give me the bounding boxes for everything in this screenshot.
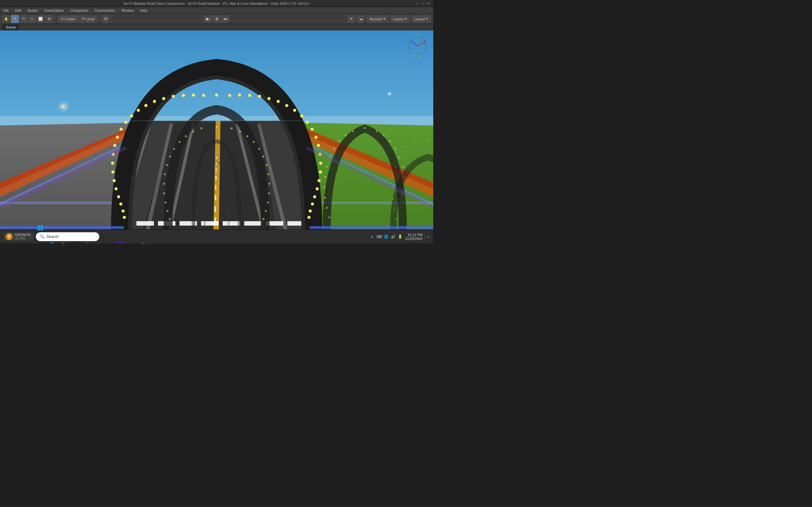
scale-tool[interactable]: ⤡ [28, 15, 36, 23]
svg-point-67 [228, 94, 231, 97]
layout-label: Layout [414, 17, 425, 21]
svg-point-46 [119, 203, 122, 206]
play-button[interactable]: ▶ [204, 15, 212, 22]
svg-point-104 [239, 130, 241, 132]
svg-point-102 [216, 126, 217, 128]
svg-rect-27 [244, 221, 262, 226]
taskbar-icon-explorer[interactable]: 📂 [104, 241, 113, 244]
system-tray: ∧ ⌨ 🌐 🔊 🔋 10:12 PM 11/25/2023 ▪ [369, 233, 430, 240]
svg-point-109 [265, 164, 267, 166]
account-dropdown[interactable]: Account ▾ [367, 15, 388, 22]
svg-point-59 [144, 104, 148, 107]
svg-text:◄ Persp: ◄ Persp [412, 54, 422, 57]
layers-dropdown[interactable]: Layers ▾ [390, 15, 409, 22]
search-icon: 🔍 [40, 234, 45, 239]
menu-gameobject[interactable]: GameObject [43, 8, 65, 13]
taskbar-icon-github[interactable]: 🐙 [127, 241, 136, 244]
menu-component[interactable]: Component [69, 8, 90, 13]
svg-point-69 [248, 94, 251, 97]
tray-icon-network[interactable]: 🌐 [384, 234, 389, 239]
svg-point-85 [313, 195, 316, 199]
rotate-tool[interactable]: ↻ [20, 15, 27, 23]
menu-help[interactable]: Help [139, 8, 149, 13]
tray-icon-battery[interactable]: 🔋 [397, 234, 403, 239]
taskbar-search-bar[interactable]: 🔍 Search [36, 232, 99, 241]
svg-rect-14 [215, 176, 217, 180]
taskbar-icon-unity[interactable]: U [70, 241, 79, 244]
move-tool[interactable]: ✛ [11, 15, 19, 23]
space-label: Local [86, 17, 94, 21]
orientation-gizmo[interactable]: x y ◄ Persp [405, 34, 430, 59]
svg-point-95 [166, 164, 168, 166]
transform-tool[interactable]: ⊞ [45, 15, 53, 23]
taskbar-icon-mail[interactable]: 💬 [59, 241, 67, 244]
svg-point-74 [293, 109, 296, 112]
scene-tab[interactable]: Scene [3, 24, 19, 30]
hand-tool[interactable]: ✋ [3, 15, 10, 23]
svg-point-82 [319, 170, 322, 174]
layout-chevron-icon: ▾ [426, 17, 428, 21]
viewport[interactable]: x y ◄ Persp [0, 31, 433, 229]
system-clock[interactable]: 10:12 PM 11/25/2023 [405, 233, 422, 240]
tray-icon-hide[interactable]: ∧ [369, 234, 375, 239]
taskbar-icon-terminal[interactable]: 💻 [150, 241, 159, 244]
layout-dropdown[interactable]: Layout ▾ [411, 15, 431, 22]
svg-point-50 [111, 170, 114, 174]
taskbar-icon-files[interactable]: 📁 [36, 241, 45, 244]
svg-point-128 [375, 130, 377, 132]
taskbar-icon-chrome[interactable]: 🌐 [139, 241, 148, 244]
tray-icon-volume[interactable]: 🔊 [391, 234, 396, 239]
minimize-button[interactable]: ─ [415, 1, 419, 6]
svg-point-119 [323, 186, 325, 188]
svg-point-127 [364, 127, 366, 129]
snap-button[interactable]: ⊞ [102, 15, 109, 23]
svg-point-105 [247, 135, 248, 137]
menu-file[interactable]: File [2, 8, 10, 13]
menu-assets[interactable]: Assets [26, 8, 39, 13]
svg-point-97 [173, 148, 175, 150]
cloud-build-icon[interactable]: ☀ [348, 15, 355, 23]
svg-point-76 [306, 121, 309, 124]
svg-rect-167 [41, 228, 43, 230]
space-button[interactable]: ⟳ Local [79, 15, 97, 22]
svg-point-48 [114, 187, 118, 190]
svg-rect-12 [215, 195, 216, 200]
currency-pair: GBP/MYR [14, 233, 31, 237]
taskbar-icon-vs[interactable]: VS [116, 241, 125, 244]
collab-icon[interactable]: ☁ [357, 15, 365, 23]
svg-point-133 [402, 166, 404, 168]
menu-window[interactable]: Window [120, 8, 135, 13]
menu-edit[interactable]: Edit [14, 8, 22, 13]
maximize-button[interactable]: □ [420, 1, 425, 6]
start-button[interactable] [36, 223, 45, 232]
currency-widget: ₿ GBP/MYR +0.73% [3, 232, 33, 241]
tray-icons: ∧ ⌨ 🌐 🔊 🔋 [369, 234, 403, 239]
menu-cinemachine[interactable]: Cinemachine [93, 8, 116, 13]
tray-icon-keyboard[interactable]: ⌨ [376, 234, 382, 239]
step-button[interactable]: ⏭ [221, 15, 230, 22]
svg-rect-13 [215, 185, 216, 189]
svg-rect-147 [428, 226, 433, 229]
taskbar-icon-music[interactable]: 🎵 [82, 241, 90, 244]
svg-point-86 [311, 203, 314, 206]
pause-button[interactable]: ⏸ [212, 15, 221, 22]
svg-point-56 [124, 121, 128, 124]
pivot-button[interactable]: ⊙ Center [58, 15, 78, 22]
svg-rect-35 [0, 202, 127, 204]
taskbar-icon-firefox[interactable]: 🦊 [93, 241, 102, 244]
svg-point-108 [262, 156, 264, 158]
window-controls[interactable]: ─ □ ✕ [415, 1, 431, 6]
show-desktop-button[interactable]: ▪ [424, 234, 430, 239]
svg-point-53 [113, 144, 116, 147]
svg-point-129 [383, 134, 385, 136]
clock-date: 11/25/2023 [405, 237, 422, 240]
rect-tool[interactable]: ⬜ [37, 15, 44, 23]
close-button[interactable]: ✕ [426, 1, 431, 6]
svg-point-141 [402, 151, 404, 153]
svg-point-99 [185, 135, 187, 137]
taskbar-icon-browser[interactable] [47, 241, 56, 244]
svg-text:y: y [417, 34, 419, 37]
scene-tab-label: Scene [6, 25, 15, 29]
svg-point-68 [238, 94, 241, 97]
svg-point-87 [309, 210, 312, 213]
